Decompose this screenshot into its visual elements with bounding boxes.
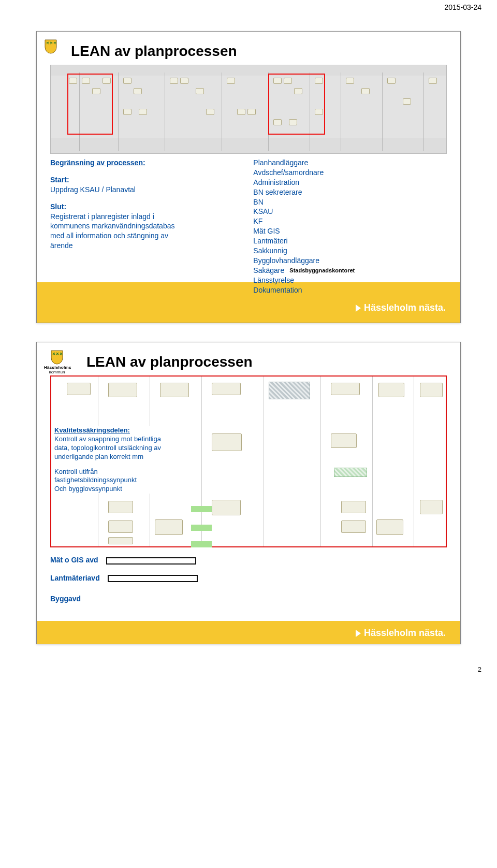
pointer-rect: [108, 575, 198, 582]
role-item: Sakkunnig: [253, 246, 357, 256]
role-item: Administration: [253, 178, 357, 187]
footer-text: Hässleholm nästa.: [364, 628, 446, 639]
footer-bar: Hässleholm nästa.: [37, 621, 460, 644]
role-item: Länsstyrelse: [253, 276, 357, 285]
dept-gis: Mät o GIS avd: [50, 556, 98, 564]
role-item: Avdschef/samordnare: [253, 168, 357, 178]
process-swimlane-diagram: [50, 65, 447, 154]
roles-list: Planhandläggare Avdschef/samordnare Admi…: [253, 158, 357, 295]
qa-line: data, topologikontroll utsläckning av: [54, 444, 189, 453]
slut-line-2: kommunens markanvändningsdatabas: [50, 221, 232, 231]
slut-line-3: med all information och stängning av: [50, 231, 232, 241]
dept-bygg: Byggavd: [50, 595, 81, 603]
role-item: KSAU: [253, 207, 357, 216]
role-item: Mät GIS: [253, 226, 357, 236]
qa-heading: Kvalitetssäkringsdelen:: [54, 426, 189, 435]
slide2-title: LEAN av planprocessen: [86, 354, 447, 370]
qa-flow-diagram: Kvalitetssäkringsdelen: Kontroll av snap…: [50, 375, 447, 547]
start-line: Uppdrag KSAU / Planavtal: [50, 185, 232, 195]
role-item: KF: [253, 216, 357, 226]
role-item: BN sekreterare: [253, 187, 357, 197]
highlight-frame-right: [268, 74, 325, 135]
role-item: Planhandläggare: [253, 158, 357, 168]
slut-label: Slut:: [50, 202, 66, 211]
qa-line: Kontroll utifrån: [54, 468, 189, 476]
arrow-right-icon: [356, 630, 361, 637]
qa-line: Kontroll av snappning mot befintliga: [54, 435, 189, 444]
start-label: Start:: [50, 176, 69, 184]
header-date: 2015-03-24: [444, 3, 481, 11]
footer-text: Hässleholm nästa.: [364, 302, 446, 313]
highlight-frame-left: [67, 74, 113, 135]
role-item: Lantmäteri: [253, 236, 357, 246]
role-item: BN: [253, 197, 357, 207]
page-number: 2: [478, 666, 481, 673]
pointer-rect: [106, 557, 196, 565]
qa-line: Och bygglovssynpunkt: [54, 485, 189, 494]
slide1-title: LEAN av planprocessen: [71, 43, 447, 60]
qa-line: fastighetsbildningssynpunkt: [54, 476, 189, 485]
role-item: Sakägare: [253, 266, 284, 276]
slut-line-4: ärende: [50, 241, 232, 251]
constraint-heading: Begränsning av processen:: [50, 158, 232, 168]
qa-line: underligande plan korrekt mm: [54, 453, 189, 461]
role-item: Bygglovhandläggare: [253, 256, 357, 266]
dept-lantmateri: Lantmäteriavd: [50, 574, 100, 582]
slide-1: LEAN av planprocessen: [36, 31, 461, 323]
slut-line-1: Registrerat i planregister inlagd i: [50, 212, 232, 222]
overlay-label: Stadsbyggnadskontoret: [287, 267, 357, 274]
role-item: Dokumentation: [253, 285, 357, 295]
slide-2: Hässleholms kommun LEAN av planprocessen: [36, 342, 461, 644]
arrow-right-icon: [356, 305, 361, 312]
